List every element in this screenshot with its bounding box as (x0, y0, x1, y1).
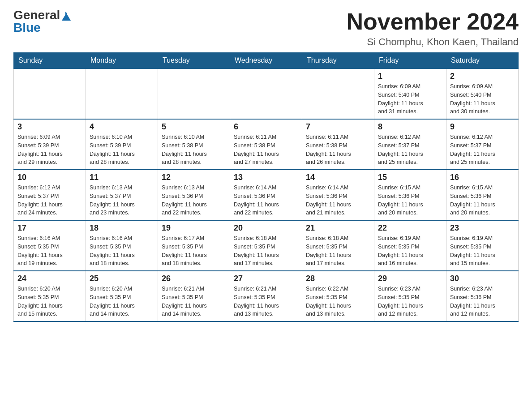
day-number: 21 (306, 223, 370, 233)
calendar-cell: 25Sunrise: 6:20 AM Sunset: 5:35 PM Dayli… (86, 271, 158, 321)
calendar-cell: 5Sunrise: 6:10 AM Sunset: 5:38 PM Daylig… (158, 119, 230, 170)
day-number: 27 (234, 274, 298, 283)
day-info: Sunrise: 6:12 AM Sunset: 5:37 PM Dayligh… (378, 133, 442, 167)
day-number: 9 (450, 122, 515, 132)
day-info: Sunrise: 6:21 AM Sunset: 5:35 PM Dayligh… (234, 285, 298, 318)
day-number: 29 (378, 274, 442, 283)
calendar-cell: 27Sunrise: 6:21 AM Sunset: 5:35 PM Dayli… (230, 271, 302, 321)
day-info: Sunrise: 6:12 AM Sunset: 5:37 PM Dayligh… (17, 184, 82, 217)
calendar-cell: 23Sunrise: 6:19 AM Sunset: 5:35 PM Dayli… (446, 220, 519, 271)
week-row-1: 3Sunrise: 6:09 AM Sunset: 5:39 PM Daylig… (14, 119, 519, 170)
day-number: 25 (90, 274, 154, 283)
week-row-0: 1Sunrise: 6:09 AM Sunset: 5:40 PM Daylig… (14, 68, 519, 119)
week-row-3: 17Sunrise: 6:16 AM Sunset: 5:35 PM Dayli… (14, 220, 519, 271)
day-number: 7 (306, 122, 370, 132)
calendar-cell: 14Sunrise: 6:14 AM Sunset: 5:36 PM Dayli… (302, 170, 374, 220)
calendar-cell: 8Sunrise: 6:12 AM Sunset: 5:37 PM Daylig… (374, 119, 446, 170)
day-number: 30 (450, 274, 515, 283)
calendar-cell (230, 68, 302, 119)
day-number: 2 (450, 72, 515, 81)
day-number: 6 (234, 122, 298, 132)
day-info: Sunrise: 6:09 AM Sunset: 5:39 PM Dayligh… (17, 133, 82, 167)
page-header: General Blue November 2024 Si Chomphu, K… (13, 9, 519, 48)
day-info: Sunrise: 6:15 AM Sunset: 5:36 PM Dayligh… (450, 184, 515, 217)
calendar-cell: 6Sunrise: 6:11 AM Sunset: 5:38 PM Daylig… (230, 119, 302, 170)
day-info: Sunrise: 6:22 AM Sunset: 5:35 PM Dayligh… (306, 285, 370, 318)
col-sunday: Sunday (14, 53, 86, 69)
calendar-cell: 4Sunrise: 6:10 AM Sunset: 5:39 PM Daylig… (86, 119, 158, 170)
day-info: Sunrise: 6:17 AM Sunset: 5:35 PM Dayligh… (162, 234, 226, 268)
day-info: Sunrise: 6:13 AM Sunset: 5:37 PM Dayligh… (90, 184, 154, 217)
col-monday: Monday (86, 53, 158, 69)
day-info: Sunrise: 6:16 AM Sunset: 5:35 PM Dayligh… (17, 234, 82, 268)
day-number: 1 (378, 72, 442, 81)
day-info: Sunrise: 6:09 AM Sunset: 5:40 PM Dayligh… (378, 82, 442, 116)
calendar-cell: 20Sunrise: 6:18 AM Sunset: 5:35 PM Dayli… (230, 220, 302, 271)
calendar-cell: 17Sunrise: 6:16 AM Sunset: 5:35 PM Dayli… (14, 220, 86, 271)
day-number: 15 (378, 173, 442, 182)
day-info: Sunrise: 6:18 AM Sunset: 5:35 PM Dayligh… (234, 234, 298, 268)
day-number: 12 (162, 173, 226, 182)
col-friday: Friday (374, 53, 446, 69)
day-number: 20 (234, 223, 298, 233)
calendar-cell: 15Sunrise: 6:15 AM Sunset: 5:36 PM Dayli… (374, 170, 446, 220)
day-info: Sunrise: 6:13 AM Sunset: 5:36 PM Dayligh… (162, 184, 226, 217)
calendar-cell: 1Sunrise: 6:09 AM Sunset: 5:40 PM Daylig… (374, 68, 446, 119)
day-info: Sunrise: 6:23 AM Sunset: 5:35 PM Dayligh… (378, 285, 442, 318)
day-info: Sunrise: 6:19 AM Sunset: 5:35 PM Dayligh… (450, 234, 515, 268)
day-info: Sunrise: 6:23 AM Sunset: 5:36 PM Dayligh… (450, 285, 515, 318)
calendar-cell: 28Sunrise: 6:22 AM Sunset: 5:35 PM Dayli… (302, 271, 374, 321)
day-info: Sunrise: 6:10 AM Sunset: 5:38 PM Dayligh… (162, 133, 226, 167)
calendar-cell: 2Sunrise: 6:09 AM Sunset: 5:40 PM Daylig… (446, 68, 519, 119)
day-number: 8 (378, 122, 442, 132)
day-info: Sunrise: 6:18 AM Sunset: 5:35 PM Dayligh… (306, 234, 370, 268)
day-number: 3 (17, 122, 82, 132)
col-saturday: Saturday (446, 53, 519, 69)
day-number: 22 (378, 223, 442, 233)
day-info: Sunrise: 6:11 AM Sunset: 5:38 PM Dayligh… (306, 133, 370, 167)
day-info: Sunrise: 6:10 AM Sunset: 5:39 PM Dayligh… (90, 133, 154, 167)
day-number: 10 (17, 173, 82, 182)
week-row-2: 10Sunrise: 6:12 AM Sunset: 5:37 PM Dayli… (14, 170, 519, 220)
day-info: Sunrise: 6:15 AM Sunset: 5:36 PM Dayligh… (378, 184, 442, 217)
calendar-cell: 22Sunrise: 6:19 AM Sunset: 5:35 PM Dayli… (374, 220, 446, 271)
calendar-cell (302, 68, 374, 119)
day-number: 11 (90, 173, 154, 182)
calendar-cell: 21Sunrise: 6:18 AM Sunset: 5:35 PM Dayli… (302, 220, 374, 271)
col-wednesday: Wednesday (230, 53, 302, 69)
calendar-title: November 2024 (347, 9, 519, 34)
calendar-cell: 16Sunrise: 6:15 AM Sunset: 5:36 PM Dayli… (446, 170, 519, 220)
calendar-cell: 26Sunrise: 6:21 AM Sunset: 5:35 PM Dayli… (158, 271, 230, 321)
day-number: 4 (90, 122, 154, 132)
day-number: 24 (17, 274, 82, 283)
day-number: 23 (450, 223, 515, 233)
calendar-cell: 24Sunrise: 6:20 AM Sunset: 5:35 PM Dayli… (14, 271, 86, 321)
calendar-cell: 11Sunrise: 6:13 AM Sunset: 5:37 PM Dayli… (86, 170, 158, 220)
logo-blue-text: Blue (13, 21, 41, 34)
day-number: 17 (17, 223, 82, 233)
day-info: Sunrise: 6:12 AM Sunset: 5:37 PM Dayligh… (450, 133, 515, 167)
day-number: 18 (90, 223, 154, 233)
calendar-table: Sunday Monday Tuesday Wednesday Thursday… (13, 52, 519, 322)
day-number: 28 (306, 274, 370, 283)
col-tuesday: Tuesday (158, 53, 230, 69)
logo: General Blue (13, 9, 71, 34)
calendar-cell: 9Sunrise: 6:12 AM Sunset: 5:37 PM Daylig… (446, 119, 519, 170)
day-info: Sunrise: 6:20 AM Sunset: 5:35 PM Dayligh… (17, 285, 82, 318)
calendar-location: Si Chomphu, Khon Kaen, Thailand (347, 36, 519, 48)
day-info: Sunrise: 6:20 AM Sunset: 5:35 PM Dayligh… (90, 285, 154, 318)
day-info: Sunrise: 6:14 AM Sunset: 5:36 PM Dayligh… (306, 184, 370, 217)
calendar-cell: 12Sunrise: 6:13 AM Sunset: 5:36 PM Dayli… (158, 170, 230, 220)
week-row-4: 24Sunrise: 6:20 AM Sunset: 5:35 PM Dayli… (14, 271, 519, 321)
calendar-cell: 13Sunrise: 6:14 AM Sunset: 5:36 PM Dayli… (230, 170, 302, 220)
day-info: Sunrise: 6:14 AM Sunset: 5:36 PM Dayligh… (234, 184, 298, 217)
calendar-cell (86, 68, 158, 119)
logo-general-text: General (13, 9, 71, 21)
day-info: Sunrise: 6:16 AM Sunset: 5:35 PM Dayligh… (90, 234, 154, 268)
calendar-cell (14, 68, 86, 119)
col-thursday: Thursday (302, 53, 374, 69)
calendar-cell: 7Sunrise: 6:11 AM Sunset: 5:38 PM Daylig… (302, 119, 374, 170)
day-number: 19 (162, 223, 226, 233)
calendar-cell: 30Sunrise: 6:23 AM Sunset: 5:36 PM Dayli… (446, 271, 519, 321)
calendar-header-row: Sunday Monday Tuesday Wednesday Thursday… (14, 53, 519, 69)
